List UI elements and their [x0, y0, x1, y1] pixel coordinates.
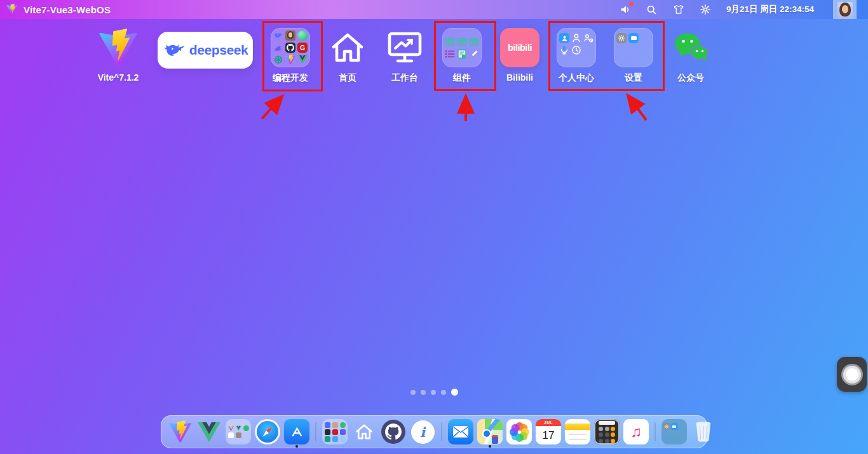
app-vite[interactable]: Vite^7.1.2 [80, 27, 156, 83]
vite-logo-icon [98, 29, 138, 67]
avatar-mini [332, 422, 338, 428]
info-icon: i [411, 420, 435, 444]
app-deepseek[interactable]: deepseek [158, 32, 253, 69]
dock-calculator[interactable] [594, 419, 620, 444]
panel-icon [671, 423, 678, 430]
dock-divider [315, 422, 316, 441]
home-icon [355, 422, 374, 441]
calendar-icon: JUL 17 [536, 419, 561, 444]
panel-icon [628, 33, 639, 43]
gitee-icon: G [297, 43, 308, 53]
dock-appstore[interactable] [284, 419, 309, 444]
green-mini [340, 422, 346, 428]
gear-icon [663, 423, 670, 430]
page-dot[interactable] [431, 390, 436, 395]
calendar-day: 17 [536, 426, 561, 444]
dock-divider [654, 422, 656, 441]
page-dot[interactable] [410, 390, 416, 395]
github-icon [381, 420, 405, 444]
table-icon [469, 37, 479, 47]
user-outline-icon [571, 33, 581, 43]
list-icon [445, 49, 455, 59]
page-dot[interactable] [421, 390, 426, 395]
snowflake-mini [332, 436, 338, 442]
folder-tile [614, 28, 653, 67]
team-icon [583, 33, 593, 43]
app-label: Vite^7.1.2 [98, 72, 139, 83]
app-label: Bilibili [506, 72, 533, 83]
page-dot-active[interactable] [451, 389, 458, 396]
app-label: 设置 [625, 72, 642, 84]
dock-vite[interactable] [167, 419, 193, 444]
bird-mini [340, 429, 346, 435]
table-icon [445, 37, 455, 47]
vite-mini-icon [228, 425, 234, 431]
deepseek-mini [325, 422, 330, 428]
desktop: Vite7-Vue3-WebOS 9月21日 周日 22:34:54 Vite^… [0, 0, 868, 454]
mail-icon [448, 419, 473, 444]
calendar-month: JUL [536, 419, 561, 426]
volume-icon[interactable] [620, 4, 631, 15]
dock-info[interactable]: i [410, 419, 435, 444]
diamond-mini [340, 436, 346, 442]
dock-maps[interactable] [477, 419, 503, 444]
page-dot[interactable] [441, 390, 446, 395]
gitee-mini [332, 429, 338, 435]
assistive-ring [841, 364, 863, 385]
avatar-photo [837, 2, 853, 19]
dock-safari[interactable] [255, 419, 280, 444]
deepseek-whale-icon [273, 30, 283, 41]
app-label: 工作台 [391, 72, 418, 84]
dock-music[interactable]: ♫ [623, 419, 649, 444]
dock-photos[interactable] [506, 419, 532, 444]
trash-icon [693, 420, 714, 444]
music-note-icon: ♫ [623, 419, 649, 444]
page-indicator [0, 389, 868, 396]
dock-notes[interactable] [565, 419, 590, 444]
user-avatar[interactable] [833, 0, 857, 19]
vite-mini-icon [285, 55, 295, 65]
deepseek-wordmark: deepseek [189, 43, 248, 58]
dock-mail[interactable] [448, 419, 473, 444]
maps-icon [477, 419, 503, 444]
home-icon [329, 30, 366, 65]
dock: i [161, 415, 707, 448]
notes-icon [565, 419, 590, 444]
dock-home[interactable] [351, 419, 377, 444]
user-filled-icon [559, 33, 569, 43]
settings-gear-icon[interactable] [700, 4, 711, 15]
window-title: Vite7-Vue3-WebOS [24, 4, 111, 15]
form-icon [457, 49, 467, 59]
github-mini [325, 429, 330, 435]
github-icon [285, 43, 295, 53]
avatar-photo-icon [285, 30, 295, 41]
bird-icon [273, 43, 283, 53]
app-label: 组件 [453, 72, 471, 84]
green-orb-icon [297, 30, 308, 41]
menubar: Vite7-Vue3-WebOS 9月21日 周日 22:34:54 [0, 0, 868, 19]
search-icon[interactable] [646, 4, 658, 15]
deepseek-whale-icon [163, 41, 186, 60]
pencil-icon [469, 49, 479, 59]
dock-trash[interactable] [691, 419, 716, 444]
appstore-icon [284, 419, 309, 444]
clock-datetime[interactable]: 9月21日 周日 22:34:54 [726, 4, 814, 15]
theme-shirt-icon[interactable] [673, 4, 684, 15]
vue-mini-icon [297, 55, 308, 65]
dock-settings-folder[interactable] [661, 419, 687, 444]
app-wechat[interactable]: 公众号 [653, 27, 729, 84]
card-app-icon [228, 432, 234, 438]
green-app-icon [243, 425, 249, 431]
dock-apps-folder[interactable] [226, 419, 251, 444]
dock-vue[interactable] [196, 419, 222, 444]
vue-mini-icon [236, 425, 241, 431]
dock-calendar[interactable]: JUL 17 [536, 419, 561, 444]
box-app-icon [236, 432, 241, 438]
vite-logo-icon [6, 4, 18, 15]
assistive-touch-button[interactable] [837, 357, 867, 392]
dock-github[interactable] [381, 419, 406, 444]
dock-divider [441, 422, 442, 441]
folder-tile [557, 28, 596, 67]
dock-dev-folder[interactable] [322, 419, 348, 444]
table-icon [457, 37, 467, 47]
